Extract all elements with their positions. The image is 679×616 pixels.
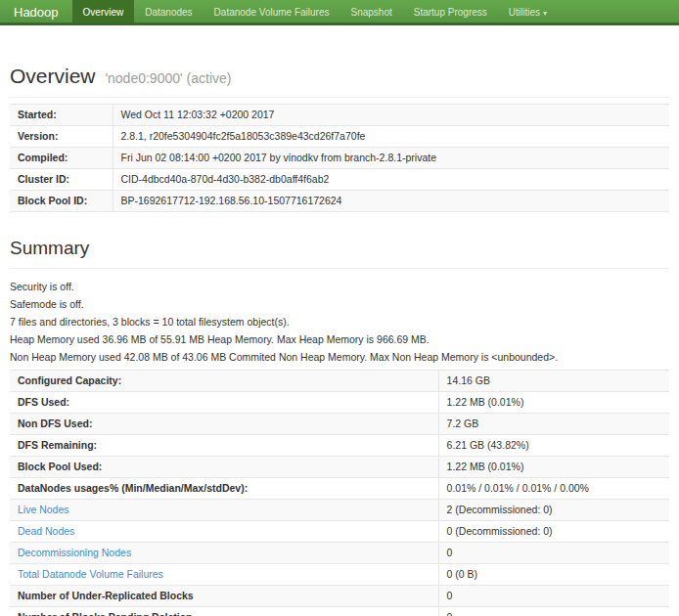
row-value: 1.22 MB (0.01%) <box>438 392 669 414</box>
divider <box>10 97 669 98</box>
row-value: 0 (0 B) <box>438 564 669 586</box>
row-value: 0 <box>438 607 669 616</box>
summary-table-wrap: Configured Capacity: 14.16 GB DFS Used: … <box>10 370 669 616</box>
navbar: Hadoop Overview Datanodes Datanode Volum… <box>0 0 679 25</box>
row-value: Wed Oct 11 12:03:32 +0200 2017 <box>113 105 669 126</box>
table-row: DataNodes usages% (Min/Median/Max/stdDev… <box>10 478 669 500</box>
row-label: Block Pool ID: <box>10 191 113 212</box>
row-value: CID-4dbcd40a-870d-4d30-b382-db0aff4f6ab2 <box>113 169 669 191</box>
row-label: Compiled: <box>10 148 113 169</box>
dead-nodes-link[interactable]: Dead Nodes <box>18 525 74 537</box>
row-value: 14.16 GB <box>438 371 669 392</box>
heap-memory-text: Heap Memory used 36.96 MB of 55.91 MB He… <box>10 334 669 345</box>
nav-tab-datanodes[interactable]: Datanodes <box>134 0 203 22</box>
row-value: 0 <box>438 543 669 564</box>
overview-table-wrap: Started: Wed Oct 11 12:03:32 +0200 2017 … <box>10 104 669 212</box>
row-label: Cluster ID: <box>10 169 113 191</box>
row-label: Block Pool Used: <box>10 457 438 478</box>
nav-tab-startup-progress[interactable]: Startup Progress <box>403 0 498 22</box>
row-label: Decommissioning Nodes <box>10 543 438 564</box>
row-value: BP-1692617712-192.168.56.10-150771617262… <box>113 191 669 212</box>
filesystem-objects-text: 7 files and directories, 3 blocks = 10 t… <box>10 317 669 328</box>
table-row: Block Pool ID: BP-1692617712-192.168.56.… <box>10 191 669 212</box>
table-row: Started: Wed Oct 11 12:03:32 +0200 2017 <box>10 105 669 126</box>
nav-tab-datanode-volume-failures[interactable]: Datanode Volume Failures <box>204 0 340 22</box>
page-subtitle: 'node0:9000' (active) <box>105 70 231 86</box>
row-value: 1.22 MB (0.01%) <box>438 457 669 478</box>
table-row: DFS Remaining: 6.21 GB (43.82%) <box>10 435 669 457</box>
table-row: Configured Capacity: 14.16 GB <box>10 371 669 392</box>
row-value: 0 <box>438 586 669 607</box>
row-label: DFS Remaining: <box>10 435 438 457</box>
table-row: Version: 2.8.1, r20fe5304904fc2f5a18053c… <box>10 126 669 148</box>
nav-tab-overview[interactable]: Overview <box>72 0 135 22</box>
decommissioning-nodes-link[interactable]: Decommissioning Nodes <box>18 547 131 558</box>
row-label: DataNodes usages% (Min/Median/Max/stdDev… <box>10 478 438 500</box>
live-nodes-link[interactable]: Live Nodes <box>18 504 69 515</box>
row-value: 0.01% / 0.01% / 0.01% / 0.00% <box>438 478 669 500</box>
row-label: Live Nodes <box>10 500 438 521</box>
table-row: Number of Blocks Pending Deletion 0 <box>10 607 669 616</box>
table-row: Number of Under-Replicated Blocks 0 <box>10 586 669 607</box>
page-title-text: Overview <box>10 65 96 87</box>
navbar-brand[interactable]: Hadoop <box>0 0 72 22</box>
table-row: Dead Nodes 0 (Decommissioned: 0) <box>10 521 669 543</box>
row-value: Fri Jun 02 08:14:00 +0200 2017 by vinodk… <box>113 148 669 169</box>
overview-info-table: Started: Wed Oct 11 12:03:32 +0200 2017 … <box>10 104 669 212</box>
table-row: Live Nodes 2 (Decommissioned: 0) <box>10 500 669 521</box>
summary-title: Summary <box>10 238 669 259</box>
table-row: Compiled: Fri Jun 02 08:14:00 +0200 2017… <box>10 148 669 169</box>
row-label: Total Datanode Volume Failures <box>10 564 438 586</box>
row-value: 6.21 GB (43.82%) <box>438 435 669 457</box>
nav-tab-utilities[interactable]: Utilities▾ <box>498 0 558 22</box>
table-row: Cluster ID: CID-4dbcd40a-870d-4d30-b382-… <box>10 169 669 191</box>
row-label: Number of Blocks Pending Deletion <box>10 607 438 616</box>
row-label: Version: <box>10 126 113 148</box>
row-label: Started: <box>10 105 113 126</box>
row-value: 7.2 GB <box>438 414 669 435</box>
summary-table: Configured Capacity: 14.16 GB DFS Used: … <box>10 370 669 616</box>
table-row: DFS Used: 1.22 MB (0.01%) <box>10 392 669 414</box>
row-label: Number of Under-Replicated Blocks <box>10 586 438 607</box>
page-content: Overview 'node0:9000' (active) Started: … <box>0 65 679 616</box>
row-label: Configured Capacity: <box>10 371 438 392</box>
summary-paragraphs: Security is off. Safemode is off. 7 file… <box>10 282 669 363</box>
security-status-text: Security is off. <box>10 282 669 292</box>
row-value: 0 (Decommissioned: 0) <box>438 521 669 543</box>
table-row: Non DFS Used: 7.2 GB <box>10 414 669 435</box>
divider <box>10 268 669 269</box>
navbar-tabs: Overview Datanodes Datanode Volume Failu… <box>72 0 558 22</box>
page-title: Overview 'node0:9000' (active) <box>10 65 669 88</box>
caret-down-icon: ▾ <box>543 9 547 18</box>
non-heap-memory-text: Non Heap Memory used 42.08 MB of 43.06 M… <box>10 352 669 363</box>
row-value: 2 (Decommissioned: 0) <box>438 500 669 521</box>
row-label: Non DFS Used: <box>10 414 438 435</box>
table-row: Decommissioning Nodes 0 <box>10 543 669 564</box>
total-datanode-volume-failures-link[interactable]: Total Datanode Volume Failures <box>18 568 163 580</box>
safemode-status-text: Safemode is off. <box>10 299 669 310</box>
row-label: DFS Used: <box>10 392 438 414</box>
nav-tab-snapshot[interactable]: Snapshot <box>340 0 402 22</box>
table-row: Total Datanode Volume Failures 0 (0 B) <box>10 564 669 586</box>
table-row: Block Pool Used: 1.22 MB (0.01%) <box>10 457 669 478</box>
row-label: Dead Nodes <box>10 521 438 543</box>
row-value: 2.8.1, r20fe5304904fc2f5a18053c389e43cd2… <box>113 126 669 148</box>
nav-tab-utilities-label: Utilities <box>509 7 540 18</box>
